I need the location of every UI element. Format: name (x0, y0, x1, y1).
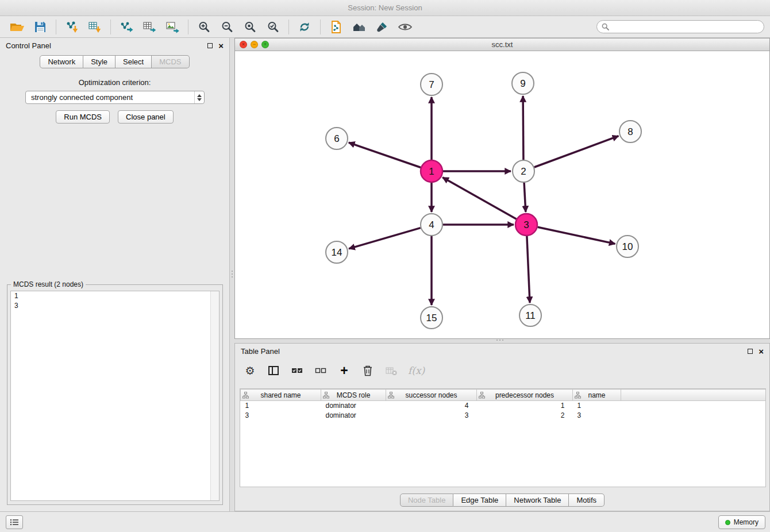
zoom-in-button[interactable] (194, 18, 214, 36)
delete-column-button[interactable] (361, 363, 375, 379)
search-input[interactable] (612, 22, 759, 31)
table-cell[interactable]: 1 (477, 401, 573, 411)
svg-text:10: 10 (622, 241, 633, 252)
node-15[interactable]: 15 (421, 307, 442, 329)
node-14[interactable]: 14 (326, 241, 348, 263)
tab-mcds[interactable]: MCDS (152, 55, 189, 68)
close-panel-icon[interactable]: × (218, 41, 224, 50)
export-network-button[interactable] (116, 18, 137, 36)
main-toolbar (0, 16, 770, 38)
edge-2-9[interactable] (523, 96, 523, 160)
refresh-view-button[interactable] (294, 18, 315, 36)
node-2[interactable]: 2 (513, 160, 534, 182)
table-cell[interactable]: 1 (241, 401, 321, 411)
table-cell[interactable]: 3 (386, 411, 477, 421)
delete-table-button-disabled[interactable] (384, 363, 398, 379)
node-7[interactable]: 7 (421, 74, 442, 95)
mcds-result-item[interactable]: 3 (11, 301, 210, 311)
import-table-button[interactable] (84, 18, 105, 36)
edge-3-10[interactable] (538, 227, 615, 244)
table-cell[interactable]: 3 (241, 411, 321, 421)
export-table-button[interactable] (139, 18, 160, 36)
export-image-button[interactable] (162, 18, 183, 36)
open-file-button[interactable] (7, 18, 28, 36)
column-header-filler (621, 390, 767, 401)
search-box[interactable] (596, 20, 764, 33)
tab-select[interactable]: Select (116, 55, 152, 68)
memory-button[interactable]: Memory (718, 515, 765, 529)
style-brush-button[interactable] (372, 18, 392, 36)
node-1[interactable]: 1 (421, 160, 442, 182)
criterion-dropdown[interactable]: strongly connected component (25, 91, 205, 104)
float-panel-icon[interactable] (748, 349, 753, 354)
node-8[interactable]: 8 (619, 121, 641, 142)
table-cell[interactable]: 3 (573, 411, 621, 421)
export-image-icon (165, 21, 179, 33)
vertical-splitter-handle[interactable] (230, 268, 234, 280)
maximize-window-icon[interactable]: + (261, 41, 269, 48)
column-header-successor-nodes[interactable]: successor nodes (386, 390, 477, 401)
node-11[interactable]: 11 (519, 304, 541, 326)
column-header-shared-name[interactable]: shared name (241, 390, 321, 401)
table-row[interactable]: 1dominator411 (241, 401, 767, 411)
home-button[interactable] (349, 18, 369, 36)
table-panel-tabs: Node TableEdge TableNetwork TableMotifs (235, 494, 769, 507)
close-panel-button[interactable]: Close panel (118, 110, 174, 124)
tab-motifs[interactable]: Motifs (569, 494, 605, 507)
tab-network-table[interactable]: Network Table (506, 494, 569, 507)
tab-node-table[interactable]: Node Table (400, 494, 454, 507)
column-header-predecessor-nodes[interactable]: predecessor nodes (477, 390, 573, 401)
network-canvas[interactable]: 7968124314101511 (235, 51, 769, 338)
table-cell[interactable]: 1 (573, 401, 621, 411)
toolbar-separator (320, 20, 321, 34)
mcds-result-area: 13 (10, 291, 220, 501)
edge-2-3[interactable] (524, 183, 526, 212)
tab-network[interactable]: Network (40, 55, 83, 68)
save-session-button[interactable] (30, 18, 51, 36)
tab-edge-table[interactable]: Edge Table (453, 494, 506, 507)
table-cell[interactable]: dominator (321, 411, 386, 421)
node-4[interactable]: 4 (421, 214, 442, 236)
deselect-all-rows-button[interactable] (314, 363, 328, 379)
list-icon (10, 519, 19, 526)
minimize-window-icon[interactable]: − (251, 41, 258, 48)
edge-3-11[interactable] (527, 236, 530, 303)
node-6[interactable]: 6 (326, 128, 348, 149)
show-columns-button[interactable] (267, 363, 280, 379)
tab-style[interactable]: Style (83, 55, 116, 68)
table-cell[interactable]: dominator (321, 401, 386, 411)
show-panel-toggle-button[interactable] (6, 515, 23, 529)
edge-1-6[interactable] (349, 142, 421, 167)
trash-icon (363, 365, 373, 376)
zoom-out-button[interactable] (217, 18, 237, 36)
clone-network-button[interactable] (326, 18, 346, 36)
attribute-icon (323, 392, 329, 399)
add-column-button[interactable]: + (337, 363, 351, 379)
float-panel-icon[interactable] (207, 43, 213, 48)
column-header-MCDS-role[interactable]: MCDS role (321, 390, 386, 401)
table-settings-button[interactable]: ⚙ (243, 363, 257, 379)
zoom-fit-button[interactable] (240, 18, 260, 36)
show-graphics-button[interactable] (395, 18, 415, 36)
mcds-result-item[interactable]: 1 (11, 291, 210, 301)
select-all-rows-button[interactable] (290, 363, 304, 379)
table-cell[interactable]: 4 (386, 401, 477, 411)
run-mcds-button[interactable]: Run MCDS (56, 110, 110, 124)
result-scrollbar[interactable] (210, 291, 219, 500)
gear-icon: ⚙ (245, 365, 255, 376)
edge-3-1[interactable] (442, 178, 516, 219)
node-9[interactable]: 9 (512, 72, 534, 94)
node-3[interactable]: 3 (515, 214, 537, 236)
edge-2-8[interactable] (534, 136, 619, 167)
edge-4-14[interactable] (349, 228, 421, 249)
table-row[interactable]: 3dominator323 (241, 411, 767, 421)
workspace: Control Panel × NetworkStyleSelectMCDS O… (0, 38, 770, 511)
node-10[interactable]: 10 (617, 236, 638, 257)
table-cell[interactable]: 2 (477, 411, 573, 421)
zoom-selected-button[interactable] (263, 18, 283, 36)
close-panel-icon[interactable]: × (759, 347, 764, 356)
column-header-name[interactable]: name (573, 390, 621, 401)
import-network-button[interactable] (61, 18, 82, 36)
close-window-icon[interactable]: × (240, 41, 247, 48)
function-builder-button-disabled[interactable]: f(x) (408, 363, 425, 379)
